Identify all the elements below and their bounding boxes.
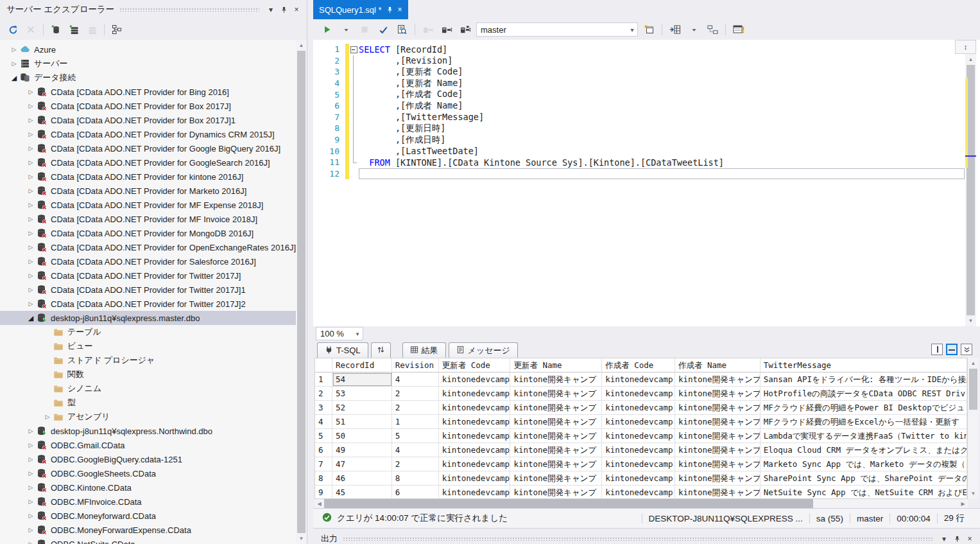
execute-dropdown-button[interactable] xyxy=(338,22,354,37)
grid-cell[interactable]: MFクラウド経費の明細をPower BI Desktopでビジュ xyxy=(761,401,967,415)
query-designer-button[interactable] xyxy=(705,22,720,37)
grid-cell[interactable]: 2 xyxy=(392,457,439,471)
tree-item[interactable]: ビュー xyxy=(0,339,296,353)
grid-cell[interactable]: kintonedevcamp xyxy=(439,443,511,457)
grid-cell[interactable]: kintone開発キャンプ xyxy=(510,387,602,401)
view-designer-button[interactable] xyxy=(109,22,125,37)
grid-cell[interactable]: kintone開発キャンプ xyxy=(675,415,761,429)
grid-cell[interactable]: 2 xyxy=(392,387,439,401)
row-header[interactable]: 9 xyxy=(315,486,332,500)
grid-cell[interactable]: kintone開発キャンプ xyxy=(675,401,761,415)
grid-cell[interactable]: kintone開発キャンプ xyxy=(510,373,602,387)
tree-item[interactable]: ▷ODBC.GoogleSheets.CData xyxy=(0,466,296,480)
column-header[interactable]: RecordId xyxy=(332,358,392,373)
tree-item[interactable]: ◢データ接続 xyxy=(0,71,296,85)
expand-arrow-icon[interactable]: ▷ xyxy=(26,527,36,533)
expand-arrow-icon[interactable]: ▷ xyxy=(26,286,36,293)
tree-item[interactable]: ▷CData [CData ADO.NET Provider for Googl… xyxy=(0,141,296,155)
show-results-pane-button[interactable] xyxy=(667,22,683,37)
grid-cell[interactable]: kintonedevcamp xyxy=(602,471,675,486)
tree-item[interactable]: ▷ODBC.Gmail.CData xyxy=(0,438,296,452)
tree-item[interactable]: ストアド プロシージャ xyxy=(0,353,296,367)
results-pane-dropdown-button[interactable] xyxy=(686,22,701,37)
grid-cell[interactable]: 49 xyxy=(332,443,392,457)
expand-arrow-icon[interactable]: ▷ xyxy=(26,173,36,180)
tree-item[interactable]: ▷ODBC.NetSuite.CData xyxy=(0,537,296,544)
grid-cell[interactable]: NetSuite Sync App では、NetSuite CRM およびER xyxy=(761,486,967,500)
tree-item[interactable]: ▷ODBC.Kintone.CData xyxy=(0,480,296,495)
grid-cell[interactable]: kintone開発キャンプ xyxy=(675,457,761,471)
scroll-up-icon[interactable]: ▲ xyxy=(296,40,307,51)
expand-arrow-icon[interactable]: ▷ xyxy=(26,159,36,166)
scrollbar-thumb[interactable] xyxy=(297,51,305,533)
grid-cell[interactable]: kintonedevcamp xyxy=(602,486,675,500)
column-header[interactable]: 作成者 Name xyxy=(675,358,761,373)
grid-cell[interactable]: kintonedevcamp xyxy=(602,401,675,415)
grid-cell[interactable]: Marketo Sync App では、Marketo データの複製（レ xyxy=(761,457,967,471)
tab-tsql[interactable]: T-SQL xyxy=(317,342,368,358)
editor-splitter-button[interactable]: ↕ xyxy=(955,40,976,54)
connect-to-database-button[interactable] xyxy=(48,22,64,37)
expand-arrow-icon[interactable]: ▷ xyxy=(26,258,36,265)
split-horizontal-button[interactable] xyxy=(946,344,958,355)
tree-item[interactable]: ▷CData [CData ADO.NET Provider for Sales… xyxy=(0,254,296,268)
grid-cell[interactable]: 54 xyxy=(332,373,392,387)
expand-arrow-icon[interactable]: ▷ xyxy=(26,470,36,477)
grid-cell[interactable]: 4 xyxy=(392,443,439,457)
grid-cell[interactable]: SharePoint Sync App では、SharePoint データの複 xyxy=(761,471,967,486)
editor-zoom-select[interactable]: 100 % ▾ xyxy=(316,327,363,340)
grid-hscrollbar[interactable]: ◀ ▶ xyxy=(314,499,968,508)
grid-cell[interactable]: kintonedevcamp xyxy=(439,373,511,387)
tree-item[interactable]: ▷CData [CData ADO.NET Provider for Box 2… xyxy=(0,113,296,127)
grid-cell[interactable]: kintonedevcamp xyxy=(602,373,675,387)
grid-cell[interactable]: kintonedevcamp xyxy=(439,429,511,443)
expand-arrow-icon[interactable]: ▷ xyxy=(26,513,36,519)
scroll-up-icon[interactable]: ▲ xyxy=(968,358,979,369)
close-icon[interactable]: × xyxy=(290,3,303,16)
tab-results[interactable]: 結果 xyxy=(402,342,446,358)
row-header[interactable]: 5 xyxy=(315,429,332,443)
grid-cell[interactable]: Sansan APIをドライバー化: 各種ツール・IDEから接続 xyxy=(761,373,967,387)
grid-cell[interactable]: 4 xyxy=(392,373,439,387)
tree-item[interactable]: ▷desktop-j8un11q¥sqlexpress.Northwind.db… xyxy=(0,424,296,438)
tree-item[interactable]: ▷CData [CData ADO.NET Provider for Box 2… xyxy=(0,99,296,113)
grid-cell[interactable]: kintone開発キャンプ xyxy=(510,471,602,486)
grid-cell[interactable]: 46 xyxy=(332,471,392,486)
row-header[interactable]: 1 xyxy=(315,373,332,387)
editor-scrollbar[interactable]: ▲ ▼ xyxy=(965,54,976,326)
grid-cell[interactable]: kintonedevcamp xyxy=(439,486,511,500)
close-icon[interactable]: × xyxy=(963,532,976,544)
database-combobox[interactable]: master▾ xyxy=(476,22,638,37)
tree-item[interactable]: ▷CData [CData ADO.NET Provider for Googl… xyxy=(0,155,296,170)
row-header[interactable]: 2 xyxy=(315,387,332,401)
expand-arrow-icon[interactable]: ▷ xyxy=(26,216,36,222)
connect-button[interactable] xyxy=(439,22,454,37)
tree-item[interactable]: ▷CData [CData ADO.NET Provider for Marke… xyxy=(0,184,296,198)
tree-item[interactable]: シノニム xyxy=(0,382,296,396)
scroll-down-icon[interactable]: ▼ xyxy=(965,315,976,326)
tree-item[interactable]: ▷Azure xyxy=(0,42,296,57)
scroll-down-icon[interactable]: ▼ xyxy=(968,488,979,499)
tree-item[interactable]: テーブル xyxy=(0,325,296,339)
scroll-up-icon[interactable]: ▲ xyxy=(965,54,976,65)
grid-cell[interactable]: 50 xyxy=(332,429,392,443)
expand-arrow-icon[interactable]: ▷ xyxy=(26,103,36,109)
grid-cell[interactable]: kintone開発キャンプ xyxy=(675,429,761,443)
grid-cell[interactable]: kintonedevcamp xyxy=(439,415,511,429)
grid-cell[interactable]: MFクラウド経費の明細をExcelから一括登録・更新す xyxy=(761,415,967,429)
grid-cell[interactable]: kintonedevcamp xyxy=(602,443,675,457)
grid-cell[interactable]: kintone開発キャンプ xyxy=(510,486,602,500)
scroll-left-icon[interactable]: ◀ xyxy=(314,499,324,508)
grid-cell[interactable]: kintonedevcamp xyxy=(439,387,511,401)
chevron-down-icon[interactable]: ▾ xyxy=(627,26,637,33)
expand-arrow-icon[interactable]: ▷ xyxy=(26,117,36,123)
expand-arrow-icon[interactable]: ▷ xyxy=(26,272,36,279)
pin-icon[interactable] xyxy=(277,3,290,16)
expand-arrow-icon[interactable]: ◢ xyxy=(9,74,19,82)
expand-arrow-icon[interactable]: ▷ xyxy=(26,498,36,505)
pin-icon[interactable] xyxy=(386,6,393,13)
tree-scrollbar[interactable]: ▲ ▼ xyxy=(296,40,307,544)
expand-arrow-icon[interactable]: ▷ xyxy=(26,131,36,137)
grid-cell[interactable]: kintone開発キャンプ xyxy=(510,429,602,443)
scrollbar-thumb[interactable] xyxy=(969,369,977,410)
